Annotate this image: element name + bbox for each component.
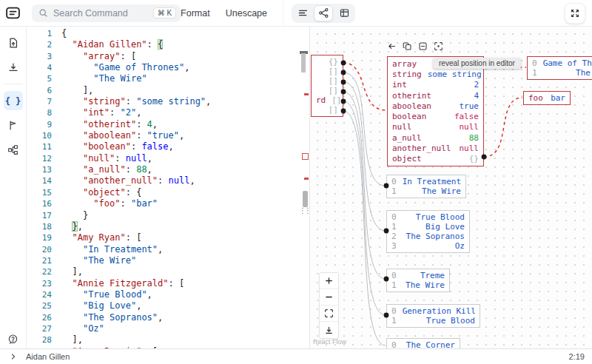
node-toolbar-arrow-left-button[interactable]	[387, 41, 397, 51]
editor-line[interactable]: 8 "int": "2",	[27, 107, 309, 118]
editor-line[interactable]: 11 "boolean": false,	[27, 141, 309, 152]
node-row: 0True Blood	[387, 212, 469, 222]
editor-line[interactable]: 22 ],	[27, 266, 309, 277]
line-number: 2	[27, 39, 61, 50]
app-logo[interactable]	[0, 5, 26, 21]
overview-ruler-mark	[304, 93, 309, 95]
foo-bar-node[interactable]: foobar	[523, 91, 571, 105]
editor-line[interactable]: 9 "otherint": 4,	[27, 119, 309, 130]
line-number: 27	[27, 323, 61, 334]
editor-line[interactable]: 20 "In Treatment",	[27, 244, 309, 255]
node-toolbar-focus-button[interactable]	[434, 41, 443, 51]
node-toolbar-collapse-button[interactable]	[418, 41, 428, 51]
chevron-right-icon[interactable]	[0, 352, 26, 361]
unescape-button[interactable]: Unescape	[226, 8, 267, 18]
graph-view[interactable]: {}[][][]rd[][]arraystringsome stringint2…	[309, 27, 592, 348]
react-flow-attribution: React Flow	[313, 338, 346, 346]
line-number: 9	[27, 119, 61, 130]
editor-line[interactable]: 13 "a_null": 88,	[27, 164, 309, 175]
node-row: 2The Sopranos	[387, 232, 469, 241]
editor-line[interactable]: 26 "The Sopranos",	[27, 312, 309, 323]
json-editor[interactable]: 1{2 "Aidan Gillen": {3 "array": [4 "Game…	[27, 27, 309, 348]
fit-view-button[interactable]	[320, 306, 338, 322]
node-toolbar	[387, 41, 443, 51]
main-content: { } 1{2 "Aidan Gillen": {3 "array": [4 "…	[0, 27, 592, 348]
editor-line[interactable]: 24 "True Blood",	[27, 289, 309, 300]
copy-icon	[403, 41, 412, 51]
editor-line[interactable]: 17 }	[27, 210, 309, 221]
search-placeholder: Search Command	[53, 8, 153, 18]
zoom-out-button[interactable]	[320, 289, 338, 306]
editor-line[interactable]: 10 "aboolean": "true",	[27, 130, 309, 141]
editor-line[interactable]: 23 "Annie Fitzgerald": [	[27, 278, 309, 289]
generation-kill-node[interactable]: 0Generation Kill1True Blood	[386, 304, 480, 328]
editor-code[interactable]: 1{2 "Aidan Gillen": {3 "array": [4 "Game…	[27, 28, 309, 348]
editor-line[interactable]: 18 },	[27, 221, 309, 232]
node-row: stringsome string	[388, 69, 483, 79]
download-image-button[interactable]	[320, 322, 338, 338]
aidan-gillen-node[interactable]: arraystringsome stringint2otherint4abool…	[387, 56, 484, 166]
editor-line[interactable]: 2 "Aidan Gillen": {	[27, 39, 309, 50]
line-number: 14	[27, 175, 61, 186]
editor-toolbar: Search Command ⌘ K Format Unescape	[26, 0, 283, 26]
treme-node[interactable]: 0Treme1The Wire	[386, 269, 450, 292]
view-option-table[interactable]	[334, 5, 354, 21]
view-option-graph[interactable]	[314, 5, 333, 21]
node-row: 3Oz	[387, 241, 469, 251]
node-row: 0Game of Thrones	[528, 58, 592, 68]
search-shortcut-chip: ⌘ K	[153, 7, 176, 18]
editor-line[interactable]: 14 "another_null": null,	[27, 175, 309, 186]
annie-fitzgerald-node[interactable]: 0True Blood1Big Love2The Sopranos3Oz	[386, 210, 470, 253]
line-number: 1	[27, 28, 61, 39]
editor-line[interactable]: 1{	[27, 28, 309, 39]
amy-ryan-node[interactable]: 0In Treatment1The Wire	[386, 175, 466, 198]
top-toolbar: Search Command ⌘ K Format Unescape	[0, 0, 592, 27]
node-row: 1The Wire	[387, 280, 449, 290]
sidebar-button-hierarchy[interactable]	[4, 140, 23, 159]
editor-line[interactable]: 19 "Amy Ryan": [	[27, 232, 309, 243]
node-row: foobar	[524, 93, 570, 103]
line-number: 15	[27, 187, 61, 198]
editor-line[interactable]: 28 ],	[27, 334, 309, 346]
format-button[interactable]: Format	[181, 8, 210, 18]
editor-line[interactable]: 15 "object": {	[27, 187, 309, 198]
sidebar-button-download[interactable]	[4, 58, 23, 77]
editor-line[interactable]: 3 "array": [	[27, 51, 309, 62]
splitter-grip-icon[interactable]: ⋮⋮	[299, 206, 309, 215]
editor-scrollbar[interactable]	[301, 53, 306, 73]
node-row: 0Generation Kill	[387, 306, 480, 316]
node-row: []	[312, 67, 343, 76]
view-option-align-left[interactable]	[293, 5, 312, 21]
line-number: 13	[27, 164, 61, 175]
editor-line[interactable]: 7 "string": "some string",	[27, 96, 309, 107]
sidebar-button-curly-braces[interactable]: { }	[4, 91, 23, 110]
editor-line[interactable]: 6 ],	[27, 85, 309, 96]
fullscreen-button[interactable]	[565, 3, 585, 24]
game-of-thrones-node[interactable]: 0Game of Thrones1The Wire	[527, 56, 592, 80]
editor-line[interactable]: 29 "Anna Paquin": [	[27, 346, 309, 348]
left-sidebar: { }	[0, 27, 27, 348]
editor-line[interactable]: 21 "The Wire"	[27, 255, 309, 266]
zoom-in-button[interactable]	[320, 273, 338, 289]
editor-line[interactable]: 16 "foo": "bar"	[27, 198, 309, 209]
sidebar-button-help[interactable]	[4, 329, 23, 348]
editor-line[interactable]: 25 "Big Love",	[27, 300, 309, 311]
editor-line[interactable]: 5 "The Wire"	[27, 73, 309, 84]
node-row: another_nullnull	[388, 143, 483, 153]
the-corner-node[interactable]: 0The Corner	[386, 338, 460, 348]
sidebar-button-upload-file[interactable]	[4, 33, 23, 53]
line-number: 11	[27, 141, 61, 152]
panel-splitter-handle[interactable]	[303, 191, 308, 207]
editor-line[interactable]: 4 "Game of Thrones",	[27, 62, 309, 73]
editor-line[interactable]: 27 "Oz"	[27, 323, 309, 334]
line-number: 3	[27, 51, 61, 62]
line-number: 5	[27, 73, 61, 84]
root-node[interactable]: {}[][][]rd[][]	[311, 55, 343, 117]
search-command-box[interactable]: Search Command ⌘ K	[32, 4, 181, 22]
node-toolbar-copy-button[interactable]	[403, 41, 412, 51]
line-number: 17	[27, 210, 61, 221]
node-row: 1True Blood	[387, 316, 480, 326]
sidebar-button-flag[interactable]	[4, 115, 23, 135]
node-row: 0Treme	[387, 271, 449, 280]
editor-line[interactable]: 12 "null": null,	[27, 153, 309, 164]
